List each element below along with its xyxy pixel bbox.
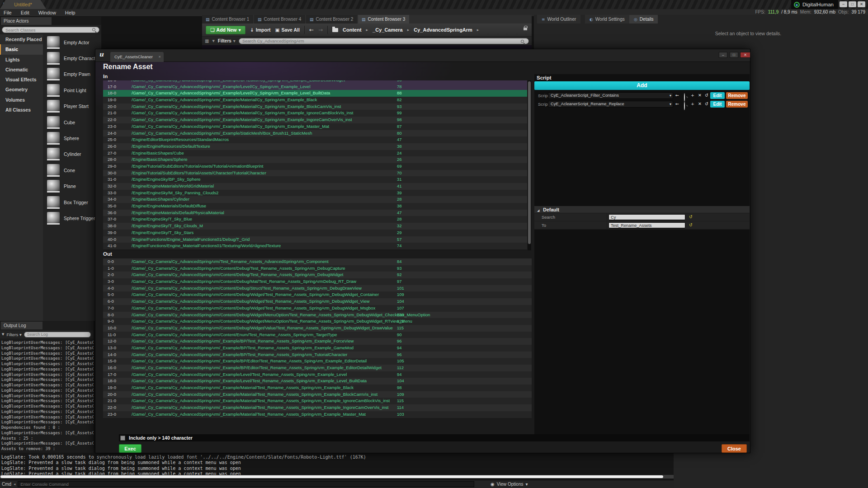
- content-browser-tab[interactable]: ▤ Content Browser 3: [358, 15, 409, 23]
- asset-row[interactable]: 38-0 /Engine/EngineSky/T_Sky_Clouds_M 32: [103, 223, 527, 230]
- content-browser-search-input[interactable]: [239, 38, 529, 44]
- modal-close-button[interactable]: ✕: [740, 52, 750, 58]
- placeable-actor-item[interactable]: Empty Actor: [43, 34, 101, 50]
- search-property-input[interactable]: [609, 214, 685, 220]
- content-browser-tab[interactable]: ▤ Content Browser 4: [254, 15, 305, 23]
- horizontal-scrollbar[interactable]: [0, 475, 674, 479]
- category-item[interactable]: Recently Placed: [0, 34, 43, 44]
- asset-row[interactable]: 33-0 /Engine/EngineSky/M_Sky_Panning_Clo…: [103, 190, 527, 197]
- exec-button[interactable]: Exec: [119, 444, 142, 453]
- window-maximize-button[interactable]: □: [849, 1, 856, 7]
- clear-icon[interactable]: ✕: [698, 93, 702, 98]
- asset-row[interactable]: 6-0 /Game/_Cy_Camera/Cy_AdvancedSpringAr…: [103, 298, 532, 305]
- save-all-button[interactable]: ▣ Save All: [275, 27, 299, 33]
- modal-minimize-button[interactable]: –: [719, 52, 727, 58]
- breadcrumb-cy-camera[interactable]: _Cy_Camera: [373, 27, 403, 33]
- menu-item[interactable]: Edit: [21, 10, 29, 15]
- asset-row[interactable]: 17-0 /Game/_Cy_Camera/Cy_AdvancedSpringA…: [103, 371, 532, 378]
- asset-row[interactable]: 12-0 /Game/_Cy_Camera/Cy_AdvancedSpringA…: [103, 338, 532, 345]
- asset-row[interactable]: 5-0 /Game/_Cy_Camera/Cy_AdvancedSpringAr…: [103, 291, 532, 298]
- remove-script-button[interactable]: Remove: [726, 92, 748, 99]
- tab-world-settings[interactable]: ◐ World Settings: [585, 15, 629, 23]
- category-item[interactable]: All Classes: [0, 105, 43, 115]
- modal-maximize-button[interactable]: □: [730, 52, 738, 58]
- forward-arrow-icon[interactable]: →: [318, 27, 323, 33]
- asset-row[interactable]: 7-0 /Game/_Cy_Camera/Cy_AdvancedSpringAr…: [103, 305, 532, 312]
- asset-row[interactable]: 11-0 /Game/_Cy_Camera/Cy_AdvancedSpringA…: [103, 332, 532, 338]
- placeable-actor-item[interactable]: Box Trigger: [43, 194, 101, 210]
- breadcrumb-advanced-spring-arm[interactable]: Cy_AdvancedSpringArm: [414, 27, 472, 33]
- menu-item[interactable]: Help: [65, 10, 75, 15]
- asset-row[interactable]: 0-0 /Game/_Cy_Camera/Cy_AdvancedSpringAr…: [103, 258, 532, 265]
- reset-to-default-icon[interactable]: ↺: [689, 214, 693, 219]
- asset-row[interactable]: 34-0 /Engine/BasicShapes/Cylinder 28: [103, 196, 527, 203]
- search-log-input[interactable]: [24, 332, 91, 338]
- asset-row[interactable]: 9-0 /Game/_Cy_Camera/Cy_AdvancedSpringAr…: [103, 318, 532, 325]
- asset-row[interactable]: 30-0 /Engine/Tutorial/SubEditors/Tutoria…: [103, 170, 527, 177]
- tab-place-actors[interactable]: Place Actors: [1, 17, 52, 25]
- asset-row[interactable]: 21-0 /Game/_Cy_Camera/Cy_AdvancedSpringA…: [103, 110, 527, 117]
- placeable-actor-item[interactable]: Sphere: [43, 130, 101, 146]
- edit-script-button[interactable]: Edit: [710, 101, 725, 108]
- asset-row[interactable]: 31-0 /Engine/EngineSky/BP_Sky_Sphere 31: [103, 176, 527, 183]
- add-new-button[interactable]: ❏ Add New ▾: [206, 26, 245, 34]
- add-script-button[interactable]: Add: [534, 81, 750, 90]
- scrollbar-thumb[interactable]: [0, 475, 663, 478]
- asset-row[interactable]: 41-0 /Engine/Functions/Engine_MaterialFu…: [103, 243, 527, 249]
- asset-row[interactable]: 24-0 /Game/_Cy_Camera/Cy_AdvancedSpringA…: [103, 130, 527, 137]
- default-section-header[interactable]: ◢ Default: [534, 206, 750, 213]
- asset-row[interactable]: 29-0 /Engine/Tutorial/SubEditors/Tutoria…: [103, 163, 527, 170]
- import-button[interactable]: ↓ Import: [250, 27, 270, 33]
- content-browser-tab[interactable]: ▤ Content Browser 2: [306, 15, 357, 23]
- category-item[interactable]: Cinematic: [0, 65, 43, 75]
- category-item[interactable]: Basic: [0, 44, 43, 54]
- asset-row[interactable]: 4-0 /Game/_Cy_Camera/Cy_AdvancedSpringAr…: [103, 285, 532, 292]
- placeable-actor-item[interactable]: Sphere Trigger: [43, 210, 101, 226]
- asset-row[interactable]: 39-0 /Engine/EngineSky/T_Sky_Stars 29: [103, 230, 527, 236]
- asset-row[interactable]: 35-0 /Engine/EngineMaterials/DefaultDiff…: [103, 203, 527, 210]
- asset-row[interactable]: 1-0 /Game/_Cy_Camera/Cy_AdvancedSpringAr…: [103, 265, 532, 272]
- asset-row[interactable]: 15-0 /Game/_Cy_Camera/Cy_AdvancedSpringA…: [103, 358, 532, 365]
- placeable-actor-item[interactable]: Plane: [43, 178, 101, 194]
- use-selected-icon[interactable]: ←: [675, 93, 679, 98]
- category-item[interactable]: Visual Effects: [0, 75, 43, 84]
- asset-row[interactable]: 19-0 /Game/_Cy_Camera/Cy_AdvancedSpringA…: [103, 385, 532, 391]
- use-selected-icon[interactable]: ←: [675, 101, 679, 106]
- asset-row[interactable]: 10-0 /Game/_Cy_Camera/Cy_AdvancedSpringA…: [103, 325, 532, 332]
- placeable-actor-item[interactable]: Empty Character: [43, 50, 101, 66]
- asset-row[interactable]: 18-0 /Game/_Cy_Camera/Cy_AdvancedSpringA…: [103, 378, 532, 385]
- asset-row[interactable]: 40-0 /Engine/Functions/Engine_MaterialFu…: [103, 236, 527, 243]
- app-level-tab[interactable]: Untitled*: [0, 0, 46, 9]
- asset-row[interactable]: 22-0 /Game/_Cy_Camera/Cy_AdvancedSpringA…: [103, 117, 527, 123]
- back-arrow-icon[interactable]: ←: [309, 27, 314, 33]
- category-item[interactable]: Lights: [0, 55, 43, 65]
- asset-row[interactable]: 28-0 /Engine/BasicShapes/Sphere 26: [103, 156, 527, 163]
- placeable-actor-item[interactable]: Point Light: [43, 82, 101, 98]
- plus-icon[interactable]: +: [691, 101, 694, 106]
- category-item[interactable]: Volumes: [0, 95, 43, 105]
- tab-output-log[interactable]: Output Log: [1, 322, 42, 329]
- cmd-caret-icon[interactable]: ◂: [14, 482, 15, 486]
- asset-row[interactable]: 37-0 /Engine/EngineSky/T_Sky_Blue 28: [103, 216, 527, 223]
- tab-details[interactable]: ◎ Details: [629, 15, 658, 23]
- plus-icon[interactable]: +: [691, 93, 694, 98]
- asset-row[interactable]: 2-0 /Game/_Cy_Camera/Cy_AdvancedSpringAr…: [103, 272, 532, 278]
- asset-row[interactable]: 3-0 /Game/_Cy_Camera/Cy_AdvancedSpringAr…: [103, 278, 532, 285]
- include-checkbox[interactable]: [120, 436, 125, 441]
- view-options-button[interactable]: ◉ View Options ▾: [491, 482, 528, 487]
- asset-row[interactable]: 27-0 /Engine/BasicShapes/Cube 24: [103, 150, 527, 157]
- placeable-actor-item[interactable]: Cube: [43, 114, 101, 130]
- in-list-scrollbar[interactable]: [528, 80, 531, 250]
- edit-script-button[interactable]: Edit: [710, 92, 725, 99]
- clear-icon[interactable]: ✕: [698, 101, 702, 106]
- console-command-input[interactable]: [18, 481, 474, 487]
- search-classes-input[interactable]: [2, 27, 99, 33]
- asset-row[interactable]: 23-0 /Game/_Cy_Camera/Cy_AdvancedSpringA…: [103, 123, 527, 130]
- asset-row[interactable]: 14-0 /Game/_Cy_Camera/Cy_AdvancedSpringA…: [103, 352, 532, 358]
- breadcrumb-content[interactable]: Content: [343, 27, 362, 33]
- reset-icon[interactable]: ↺: [705, 93, 708, 98]
- reset-icon[interactable]: ↺: [705, 101, 708, 106]
- asset-row[interactable]: 21-0 /Game/_Cy_Camera/Cy_AdvancedSpringA…: [103, 398, 532, 404]
- filters-button[interactable]: Filters ▾: [218, 38, 236, 43]
- asset-row[interactable]: 16-0 /Game/_Cy_Camera/Cy_AdvancedSpringA…: [103, 80, 527, 84]
